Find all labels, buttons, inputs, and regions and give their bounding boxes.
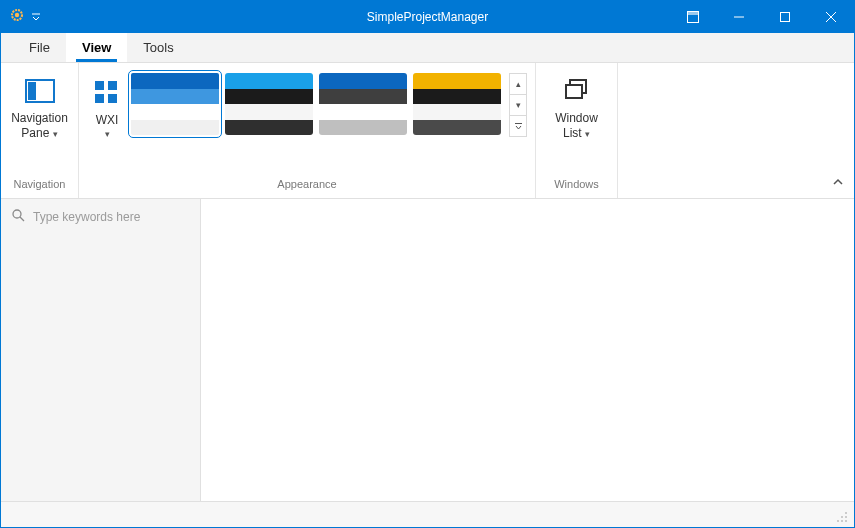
window-list-label-2: List bbox=[563, 126, 582, 140]
nav-pane-label-2: Pane bbox=[21, 126, 49, 140]
wxi-icon bbox=[93, 79, 121, 107]
svg-rect-13 bbox=[95, 94, 104, 103]
quick-access-dropdown[interactable] bbox=[31, 8, 41, 26]
client-area bbox=[1, 199, 854, 501]
resize-grip[interactable] bbox=[836, 509, 848, 521]
svg-rect-17 bbox=[566, 85, 582, 98]
svg-point-25 bbox=[837, 520, 839, 522]
close-button[interactable] bbox=[808, 1, 854, 33]
window-list-label-1: Window bbox=[555, 111, 598, 126]
ribbon: Navigation Pane ▾ Navigation WXI ▾ ▴ ▾ bbox=[1, 63, 854, 199]
tab-view[interactable]: View bbox=[66, 33, 127, 62]
search-row bbox=[1, 199, 200, 235]
svg-rect-11 bbox=[95, 81, 104, 90]
group-label-appearance: Appearance bbox=[87, 178, 527, 194]
tab-tools[interactable]: Tools bbox=[127, 33, 189, 62]
navigation-panel bbox=[1, 199, 201, 501]
window-list-button[interactable]: Window List ▾ bbox=[547, 69, 607, 141]
theme-gallery bbox=[131, 73, 501, 135]
wxi-skin-button[interactable]: WXI ▾ bbox=[87, 73, 127, 139]
gallery-scroll-up-button[interactable]: ▴ bbox=[509, 73, 527, 95]
theme-blue-dark[interactable] bbox=[225, 73, 313, 135]
svg-point-24 bbox=[841, 520, 843, 522]
content-area bbox=[201, 199, 854, 501]
group-label-navigation: Navigation bbox=[9, 178, 70, 194]
collapse-ribbon-button[interactable] bbox=[832, 176, 844, 190]
svg-point-23 bbox=[845, 520, 847, 522]
svg-point-22 bbox=[841, 516, 843, 518]
gallery-expand-button[interactable] bbox=[509, 116, 527, 137]
theme-blue-gray[interactable] bbox=[319, 73, 407, 135]
svg-rect-6 bbox=[781, 13, 790, 22]
theme-blue-light[interactable] bbox=[131, 73, 219, 135]
maximize-button[interactable] bbox=[762, 1, 808, 33]
ribbon-tabs: File View Tools bbox=[1, 33, 854, 63]
search-icon bbox=[11, 208, 25, 226]
app-window: SimpleProjectManager File View Tools bbox=[0, 0, 855, 528]
chevron-down-icon: ▾ bbox=[105, 129, 110, 139]
svg-point-18 bbox=[13, 210, 21, 218]
nav-pane-label-1: Navigation bbox=[11, 111, 68, 126]
svg-rect-12 bbox=[108, 81, 117, 90]
chevron-down-icon: ▾ bbox=[53, 129, 58, 139]
ribbon-group-navigation: Navigation Pane ▾ Navigation bbox=[1, 63, 79, 198]
chevron-down-icon: ▾ bbox=[585, 129, 590, 139]
tab-file[interactable]: File bbox=[13, 33, 66, 62]
minimize-button[interactable] bbox=[716, 1, 762, 33]
svg-rect-4 bbox=[688, 12, 699, 15]
svg-point-1 bbox=[15, 13, 19, 17]
ribbon-display-options-button[interactable] bbox=[670, 1, 716, 33]
status-bar bbox=[1, 501, 854, 527]
group-label-windows: Windows bbox=[544, 178, 609, 194]
navigation-pane-icon bbox=[24, 75, 56, 107]
gallery-nav: ▴ ▾ bbox=[509, 73, 527, 137]
svg-point-21 bbox=[845, 516, 847, 518]
wxi-label: WXI bbox=[96, 113, 119, 127]
svg-point-20 bbox=[845, 512, 847, 514]
gallery-scroll-down-button[interactable]: ▾ bbox=[509, 95, 527, 116]
theme-amber[interactable] bbox=[413, 73, 501, 135]
svg-line-19 bbox=[20, 217, 24, 221]
svg-rect-14 bbox=[108, 94, 117, 103]
window-list-icon bbox=[561, 75, 593, 107]
search-input[interactable] bbox=[33, 210, 190, 224]
svg-rect-10 bbox=[28, 82, 36, 100]
navigation-pane-button[interactable]: Navigation Pane ▾ bbox=[10, 69, 70, 141]
app-icon bbox=[9, 7, 25, 27]
titlebar: SimpleProjectManager bbox=[1, 1, 854, 33]
ribbon-group-windows: Window List ▾ Windows bbox=[536, 63, 618, 198]
ribbon-group-appearance: WXI ▾ ▴ ▾ Appearance bbox=[79, 63, 536, 198]
